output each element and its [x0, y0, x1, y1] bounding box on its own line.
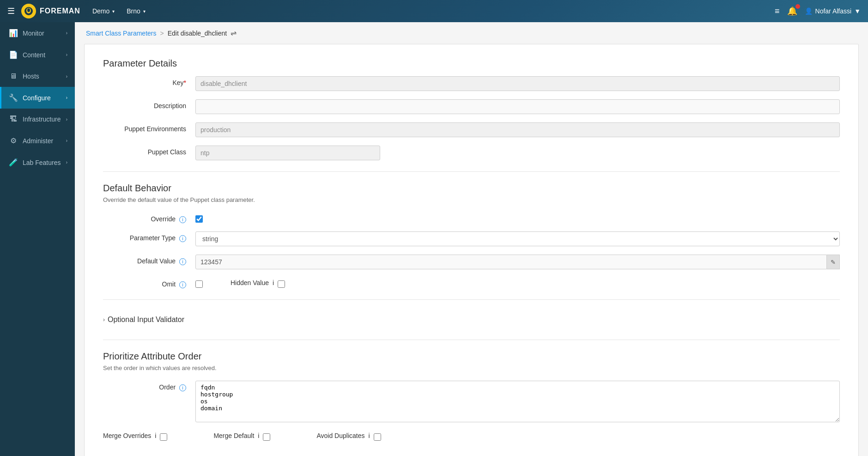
section-divider-2 [103, 299, 840, 300]
order-textarea[interactable]: fqdn hostgroup os domain [195, 381, 840, 422]
avoid-duplicates-label: Avoid Duplicates [316, 432, 364, 439]
avoid-duplicates-info-icon[interactable]: i [368, 432, 370, 439]
parameter-type-select[interactable]: string boolean integer real array hash y… [195, 231, 840, 246]
optional-validator-header[interactable]: › Optional Input Validator [103, 311, 840, 328]
merge-overrides-info-icon[interactable]: i [155, 432, 156, 439]
sidebar-item-monitor[interactable]: 📊 Monitor › [0, 22, 75, 44]
omit-label: Omit i [103, 278, 195, 288]
parameter-type-info-icon[interactable]: i [179, 235, 186, 242]
sidebar-item-label-monitor: Monitor [23, 30, 66, 37]
user-name: Nofar Alfassi [815, 7, 852, 15]
sidebar-item-configure[interactable]: 🔧 Configure › [0, 87, 75, 109]
content-arrow: › [66, 52, 67, 57]
hosts-icon: 🖥 [9, 72, 18, 80]
prioritize-order-subtitle: Set the order in which values are resolv… [103, 365, 840, 371]
optional-validator-arrow: › [103, 316, 105, 323]
logo: FOREMAN [21, 4, 80, 18]
default-value-input[interactable] [195, 255, 827, 269]
hidden-value-checkbox[interactable] [278, 280, 285, 288]
puppet-env-input[interactable] [195, 122, 840, 137]
parameter-type-group: Parameter Type i string boolean integer … [103, 231, 840, 246]
sidebar-item-label-lab-features: Lab Features [23, 159, 66, 166]
default-value-edit-button[interactable]: ✎ [827, 255, 840, 269]
merge-default-checkbox[interactable] [263, 433, 270, 441]
breadcrumb: Smart Class Parameters > Edit disable_dh… [75, 22, 868, 44]
hidden-value-info-icon[interactable]: i [273, 279, 274, 286]
breadcrumb-separator: > [160, 30, 164, 37]
administer-icon: ⚙ [9, 136, 18, 145]
override-group: Override i [103, 213, 840, 223]
default-value-group: Default Value i ✎ [103, 255, 840, 269]
monitor-arrow: › [66, 30, 67, 36]
merge-overrides-label: Merge Overrides [103, 432, 151, 439]
monitor-icon: 📊 [9, 29, 18, 37]
notifications-icon[interactable]: 🔔 [787, 6, 797, 16]
parameter-details-title: Parameter Details [103, 58, 840, 69]
user-dropdown-arrow: ▼ [854, 7, 861, 15]
puppet-class-input[interactable] [195, 146, 380, 160]
infrastructure-arrow: › [66, 117, 67, 122]
sidebar-item-lab-features[interactable]: 🧪 Lab Features › [0, 152, 75, 173]
sidebar-item-content[interactable]: 📄 Content › [0, 44, 75, 66]
description-label: Description [103, 99, 195, 109]
merge-overrides-checkbox[interactable] [160, 433, 167, 441]
key-group: Key* [103, 76, 840, 91]
lab-features-icon: 🧪 [9, 158, 18, 167]
user-icon: 👤 [805, 7, 813, 15]
section-divider-1 [103, 171, 840, 172]
merge-default-label: Merge Default [213, 432, 254, 439]
form-card: Parameter Details Key* Description Puppe… [84, 44, 859, 456]
avoid-duplicates-checkbox[interactable] [374, 433, 381, 441]
sidebar-item-hosts[interactable]: 🖥 Hosts › [0, 66, 75, 87]
merge-default-info-icon[interactable]: i [258, 432, 259, 439]
sidebar-item-label-content: Content [23, 51, 66, 59]
description-group: Description [103, 99, 840, 114]
key-input[interactable] [195, 76, 840, 91]
avoid-duplicates-group: Avoid Duplicates i [316, 431, 381, 441]
svg-point-2 [27, 8, 30, 12]
omit-checkbox[interactable] [195, 280, 203, 288]
breadcrumb-switch-icon[interactable]: ⇌ [231, 29, 237, 37]
description-input[interactable] [195, 99, 840, 114]
override-checkbox[interactable] [195, 215, 203, 223]
hamburger-menu[interactable]: ☰ [7, 6, 15, 16]
logo-icon [21, 4, 36, 18]
notification-badge [795, 4, 800, 9]
merge-group: Merge Overrides i Merge Default i Avoid … [103, 431, 840, 441]
logo-text: FOREMAN [40, 7, 80, 15]
topnav-right: ≡ 🔔 👤 Nofar Alfassi ▼ [775, 6, 861, 16]
sidebar-item-label-hosts: Hosts [23, 73, 66, 80]
hidden-value-label: Hidden Value [231, 279, 269, 286]
key-label: Key* [103, 76, 195, 86]
sidebar-item-infrastructure[interactable]: 🏗 Infrastructure › [0, 109, 75, 130]
location-dropdown[interactable]: Brno ▾ [123, 6, 149, 17]
breadcrumb-current: Edit disable_dhclient [168, 30, 227, 37]
sidebar-item-administer[interactable]: ⚙ Administer › [0, 130, 75, 152]
default-behavior-title: Default Behavior [103, 183, 840, 194]
merge-overrides-group: Merge Overrides i [103, 431, 167, 441]
breadcrumb-link[interactable]: Smart Class Parameters [86, 30, 156, 37]
administer-arrow: › [66, 138, 67, 143]
puppet-class-group: Puppet Class [103, 146, 840, 160]
hosts-arrow: › [66, 74, 67, 79]
infrastructure-icon: 🏗 [9, 115, 18, 123]
default-value-info-icon[interactable]: i [179, 258, 186, 265]
omit-hidden-group: Omit i Hidden Value i [103, 278, 840, 288]
messages-icon[interactable]: ≡ [775, 6, 780, 16]
user-menu[interactable]: 👤 Nofar Alfassi ▼ [805, 7, 861, 15]
content-icon: 📄 [9, 50, 18, 59]
section-divider-3 [103, 340, 840, 340]
key-required: * [184, 79, 186, 86]
configure-arrow: › [66, 95, 67, 100]
top-navigation: ☰ FOREMAN Demo ▾ Brno ▾ ≡ 🔔 👤 Nofar Alfa… [0, 0, 868, 22]
puppet-env-label: Puppet Environments [103, 122, 195, 133]
prioritize-order-title: Prioritize Attribute Order [103, 351, 840, 362]
org-dropdown[interactable]: Demo ▾ [89, 6, 118, 17]
order-info-icon[interactable]: i [179, 384, 186, 391]
sidebar-item-label-configure: Configure [23, 94, 66, 102]
sidebar-item-label-administer: Administer [23, 137, 66, 145]
default-value-wrapper: ✎ [195, 255, 840, 269]
omit-info-icon[interactable]: i [179, 281, 186, 288]
override-label: Override i [103, 213, 195, 223]
override-info-icon[interactable]: i [179, 216, 186, 223]
